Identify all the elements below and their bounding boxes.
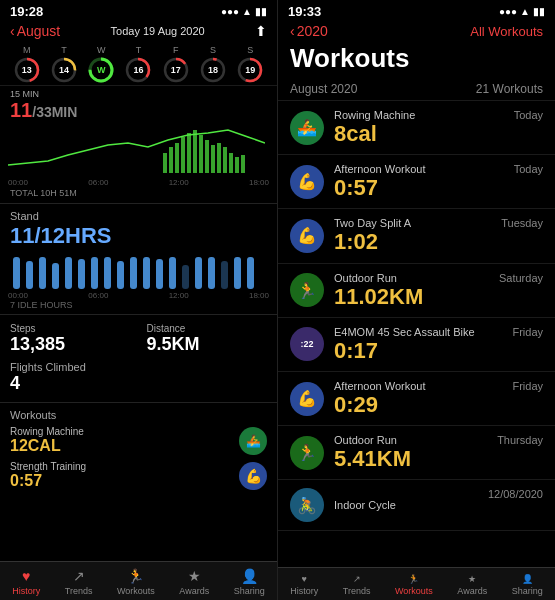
- list-item[interactable]: 🚴 Indoor Cycle 12/08/2020: [278, 480, 555, 531]
- r-tab-awards[interactable]: ★ Awards: [457, 574, 487, 596]
- indoor-cycle-icon: 🚴: [290, 488, 324, 522]
- back-button[interactable]: ‹ August: [10, 23, 60, 39]
- trends-icon: ↗: [73, 568, 85, 584]
- left-panel: 19:28 ●●● ▲ ▮▮ ‹ August Today 19 Aug 202…: [0, 0, 277, 600]
- flights-value: 4: [10, 373, 267, 394]
- workout-strength-val: 0:57: [10, 472, 86, 490]
- tab-trends[interactable]: ↗ Trends: [65, 568, 93, 596]
- two-day-split-day: Tuesday: [501, 217, 543, 229]
- indoor-cycle-name: Indoor Cycle: [334, 499, 478, 511]
- list-item[interactable]: 🏃 Outdoor Run 11.02KM Saturday: [278, 264, 555, 318]
- list-item[interactable]: 💪 Two Day Split A 1:02 Tuesday: [278, 209, 555, 263]
- svg-rect-23: [217, 143, 221, 173]
- tab-sharing[interactable]: 👤 Sharing: [234, 568, 265, 596]
- afternoon-workout-day-2: Friday: [512, 380, 543, 392]
- cal-day-t2[interactable]: T 16: [125, 45, 151, 83]
- tab-workouts[interactable]: 🏃 Workouts: [117, 568, 155, 596]
- svg-rect-34: [91, 257, 98, 289]
- divider-1: [0, 203, 277, 204]
- cal-day-t1[interactable]: T 14: [51, 45, 77, 83]
- activity-chart: [0, 123, 277, 178]
- tab-awards[interactable]: ★ Awards: [179, 568, 209, 596]
- flights-label: Flights Climbed: [10, 361, 267, 373]
- list-item[interactable]: :22 E4MOM 45 Sec Assault Bike 0:17 Frida…: [278, 318, 555, 372]
- svg-rect-20: [199, 135, 203, 173]
- assault-bike-icon: :22: [290, 327, 324, 361]
- cal-day-s1[interactable]: S 18: [200, 45, 226, 83]
- svg-rect-42: [195, 257, 202, 289]
- chevron-left-icon: ‹: [10, 23, 15, 39]
- afternoon-workout-day-1: Today: [514, 163, 543, 175]
- two-day-split-val: 1:02: [334, 230, 491, 254]
- cal-day-w[interactable]: W W: [88, 45, 114, 83]
- wifi-icon: ▲: [242, 6, 252, 17]
- r-tab-trends[interactable]: ↗ Trends: [343, 574, 371, 596]
- svg-rect-26: [235, 157, 239, 173]
- cal-day-m[interactable]: M 13: [14, 45, 40, 83]
- stand-chart-labels: 00:00 06:00 12:00 18:00: [0, 291, 277, 300]
- cal-day-s2[interactable]: S 19: [237, 45, 263, 83]
- r-history-icon: ♥: [302, 574, 307, 584]
- back-to-2020[interactable]: ‹ 2020: [290, 23, 328, 39]
- sharing-icon: 👤: [241, 568, 258, 584]
- afternoon-workout-val-2: 0:29: [334, 393, 502, 417]
- outdoor-run-day-2: Thursday: [497, 434, 543, 446]
- r-battery-icon: ▮▮: [533, 6, 545, 17]
- right-status-icons: ●●● ▲ ▮▮: [499, 6, 545, 17]
- list-item[interactable]: 🏃 Outdoor Run 5.41KM Thursday: [278, 426, 555, 480]
- r-history-label: History: [290, 586, 318, 596]
- svg-rect-15: [169, 147, 173, 173]
- rowing-machine-icon: 🚣: [290, 111, 324, 145]
- steps-distance-row: Steps 13,385 Distance 9.5KM: [0, 319, 277, 359]
- outdoor-run-icon-1: 🏃: [290, 273, 324, 307]
- outdoor-run-icon-2: 🏃: [290, 436, 324, 470]
- svg-rect-14: [163, 153, 167, 173]
- steps-value: 13,385: [10, 334, 131, 355]
- distance-value: 9.5KM: [147, 334, 268, 355]
- list-item[interactable]: 💪 Afternoon Workout 0:57 Today: [278, 155, 555, 209]
- history-label: History: [12, 586, 40, 596]
- svg-rect-18: [187, 133, 191, 173]
- r-tab-history[interactable]: ♥ History: [290, 574, 318, 596]
- indoor-cycle-day: 12/08/2020: [488, 488, 543, 500]
- svg-rect-46: [247, 257, 254, 289]
- month-header: August 2020 21 Workouts: [278, 78, 555, 101]
- svg-rect-41: [182, 265, 189, 289]
- cal-day-f[interactable]: F 17: [163, 45, 189, 83]
- awards-label: Awards: [179, 586, 209, 596]
- r-awards-label: Awards: [457, 586, 487, 596]
- share-icon[interactable]: ⬆: [255, 23, 267, 39]
- left-tab-bar: ♥ History ↗ Trends 🏃 Workouts ★ Awards 👤…: [0, 561, 277, 600]
- right-header: ‹ 2020 All Workouts: [278, 21, 555, 43]
- strength-icon: 💪: [239, 462, 267, 490]
- r-tab-sharing[interactable]: 👤 Sharing: [512, 574, 543, 596]
- workout-row-strength: Strength Training 0:57 💪: [10, 458, 267, 493]
- signal-icon: ●●●: [221, 6, 239, 17]
- list-item[interactable]: 💪 Afternoon Workout 0:29 Friday: [278, 372, 555, 426]
- svg-rect-21: [205, 140, 209, 173]
- distance-stat: Distance 9.5KM: [147, 323, 268, 355]
- r-back-label: 2020: [297, 23, 328, 39]
- workout-row-rowing: Rowing Machine 12CAL 🚣: [10, 423, 267, 458]
- list-item[interactable]: 🚣 Rowing Machine 8cal Today: [278, 101, 555, 155]
- awards-icon: ★: [188, 568, 201, 584]
- rowing-machine-name: Rowing Machine: [334, 109, 504, 121]
- tab-history[interactable]: ♥ History: [12, 568, 40, 596]
- r-signal-icon: ●●●: [499, 6, 517, 17]
- outdoor-run-val-2: 5.41KM: [334, 447, 487, 471]
- two-day-split-name: Two Day Split A: [334, 217, 491, 229]
- afternoon-workout-icon-2: 💪: [290, 382, 324, 416]
- left-status-bar: 19:28 ●●● ▲ ▮▮: [0, 0, 277, 21]
- r-tab-workouts[interactable]: 🏃 Workouts: [395, 574, 433, 596]
- svg-rect-45: [234, 257, 241, 289]
- two-day-split-icon: 💪: [290, 219, 324, 253]
- svg-rect-37: [130, 257, 137, 289]
- left-status-icons: ●●● ▲ ▮▮: [221, 6, 267, 17]
- svg-rect-32: [65, 257, 72, 289]
- calendar-strip: M 13 T 14 W: [0, 43, 277, 86]
- all-workouts-link[interactable]: All Workouts: [470, 24, 543, 39]
- right-panel: 19:33 ●●● ▲ ▮▮ ‹ 2020 All Workouts Worko…: [277, 0, 555, 600]
- outdoor-run-day-1: Saturday: [499, 272, 543, 284]
- total-label: TOTAL 10H 51M: [0, 187, 277, 199]
- afternoon-workout-name-2: Afternoon Workout: [334, 380, 502, 392]
